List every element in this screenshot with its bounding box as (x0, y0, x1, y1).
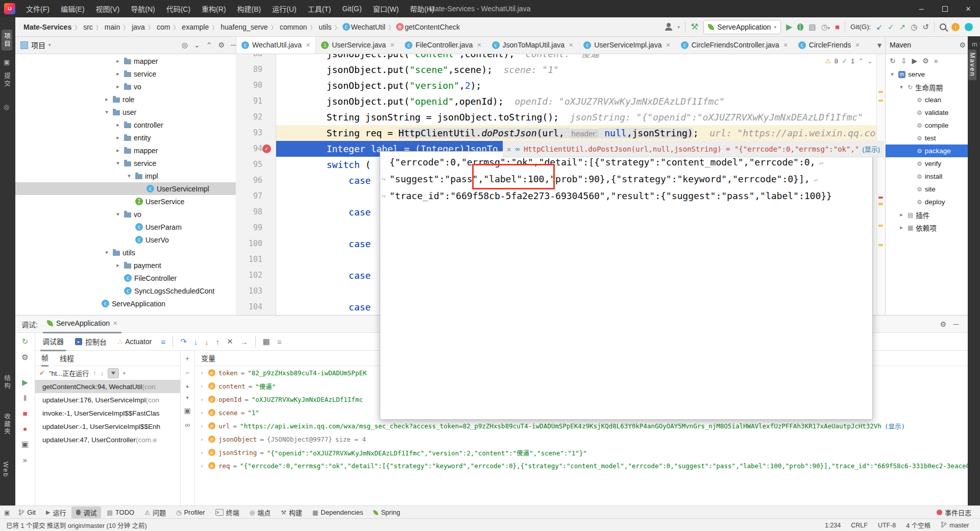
toolwindow-button-problems[interactable]: ⚠问题 (140, 506, 170, 518)
settings-gear-icon[interactable]: ⚙ (940, 320, 947, 328)
drop-frame-button[interactable]: ✕ (227, 337, 233, 346)
debug-settings-icon[interactable]: ⚙ (21, 353, 28, 362)
stripe-mark[interactable] (878, 100, 883, 102)
git-update-button[interactable]: ↙ (876, 22, 883, 32)
maven-item-compile[interactable]: ⚙compile (886, 119, 968, 132)
evaluate-icon[interactable]: ∞ (185, 421, 190, 429)
maven-item-package[interactable]: ⚙package (886, 144, 968, 157)
hide-panel-icon[interactable]: ─ (953, 320, 959, 328)
breadcrumb-item[interactable]: utils (318, 23, 333, 31)
stack-frame[interactable]: updateUser:47, UserController (com.e (35, 433, 180, 446)
update-notification-icon[interactable]: ↑ (951, 23, 960, 31)
tree-chevron-icon[interactable]: › (200, 423, 205, 429)
menu-item-h[interactable]: 帮助(H) (404, 0, 439, 17)
menu-item-f[interactable]: 文件(F) (20, 0, 55, 17)
code-line-92[interactable]: String jsonString = jsonObject.toString(… (276, 109, 885, 125)
tree-item-UserService[interactable]: IUserService (15, 195, 236, 208)
maven-item-依赖项[interactable]: ▸▦依赖项 (886, 221, 968, 234)
profiler-button[interactable]: ◷▾ (821, 22, 830, 32)
git-rollback-button[interactable]: ↺ (922, 22, 929, 32)
maven-item-validate[interactable]: ⚙validate (886, 106, 968, 119)
tree-item-vo[interactable]: ▸vo (15, 80, 236, 93)
maven-item-生命周期[interactable]: ▾↻生命周期 (886, 81, 968, 93)
breakpoint-icon[interactable]: ✓ (262, 144, 271, 153)
tree-item-UserVo[interactable]: cUserVo (15, 233, 236, 246)
stripe-mark[interactable] (878, 91, 883, 93)
stripe-mark[interactable] (878, 203, 883, 205)
expand-all-icon[interactable]: ⌄ (194, 41, 200, 49)
locate-file-icon[interactable]: ◎ (182, 41, 188, 49)
stripe-tab-commit[interactable]: 提交 (2, 73, 12, 87)
maven-item-site[interactable]: ⚙site (886, 183, 968, 196)
breadcrumb-item[interactable]: main (104, 23, 121, 31)
breadcrumb-item[interactable]: huafeng_serve (219, 23, 269, 31)
run-to-cursor-button[interactable]: → (240, 337, 248, 346)
tree-item-ServeApplication[interactable]: cServeApplication (15, 297, 236, 310)
maven-item-插件[interactable]: ▸▤插件 (886, 208, 968, 221)
close-icon[interactable]: ✕ (477, 42, 481, 49)
settings-gear-icon[interactable]: ⚙ (960, 41, 966, 49)
status-line-ending[interactable]: CRLF (851, 522, 868, 529)
toolwindow-button-profiler[interactable]: ◷Profiler (172, 508, 210, 517)
inspections-widget[interactable]: ⚠ 8 ✓ 1 ⌃ ⌄ (823, 57, 875, 65)
run-button[interactable]: ▶ (786, 22, 792, 32)
toolwindow-button-build[interactable]: ⚒构建 (276, 506, 307, 518)
tool-window-switcher-icon[interactable]: ▣ (4, 509, 10, 516)
settings-gear-icon[interactable]: ⚙ (922, 57, 929, 65)
tree-item-mapper[interactable]: ▸mapper (15, 55, 236, 67)
layout-settings-icon[interactable]: ≡ (161, 337, 165, 346)
thread-dump-icon[interactable]: ▣ (21, 440, 29, 449)
close-icon[interactable]: ✕ (507, 145, 511, 153)
frames-tab-threads[interactable]: 线程 (60, 353, 74, 363)
tab-wechatutil-java[interactable]: cWechatUtil.java✕ (236, 36, 316, 54)
tree-item-utils[interactable]: ▾utils (15, 246, 236, 259)
resume-button[interactable]: ▶ (22, 378, 28, 387)
stripe-mark[interactable] (878, 197, 883, 199)
breadcrumb-item[interactable]: example (181, 23, 210, 31)
download-icon[interactable]: ⇩ (901, 57, 907, 65)
show-more-link[interactable]: (显示) (862, 144, 880, 154)
stop-debug-button[interactable]: ■ (22, 409, 27, 418)
close-icon[interactable]: ✕ (855, 42, 860, 49)
tab-circlefriends[interactable]: cCircleFriends✕ (793, 36, 865, 54)
tree-chevron-icon[interactable]: › (200, 436, 205, 443)
git-push-button[interactable]: ↗ (899, 22, 906, 32)
close-icon[interactable]: ✕ (569, 42, 573, 49)
maven-item-clean[interactable]: ⚙clean (886, 93, 968, 106)
menu-item-n[interactable]: 导航(N) (125, 0, 160, 17)
maven-item-test[interactable]: ⚙test (886, 132, 968, 144)
stack-frame[interactable]: updateUser:176, UserServiceImpl (con (35, 393, 180, 406)
tab-filecontroller-java[interactable]: cFileController.java✕ (400, 36, 486, 54)
pin-icon[interactable]: ∞ (515, 145, 519, 153)
tree-item-FileController[interactable]: cFileController (15, 272, 236, 284)
hide-panel-icon[interactable]: ─ (231, 41, 236, 49)
stack-frame[interactable]: updateUser:-1, UserServiceImpl$$Enh (35, 420, 180, 433)
tree-item-service[interactable]: ▸service (15, 67, 236, 80)
variable-row[interactable]: ›pjsonString="{"openid":"oXJUZ7RVXwKyJmN… (195, 446, 968, 459)
code-line-91[interactable]: jsonObject.put("openid",openId); openId:… (276, 93, 885, 109)
folder-icon[interactable]: ▣ (4, 58, 10, 66)
close-icon[interactable]: ✕ (306, 42, 310, 49)
chevron-down-icon[interactable]: ▾ (48, 42, 51, 47)
code-line-90[interactable]: jsonObject.put("version",2); (276, 78, 885, 93)
tree-item-UserParam[interactable]: cUserParam (15, 221, 236, 233)
git-commit-button[interactable]: ✓ (888, 22, 894, 32)
breadcrumb-class[interactable]: WechatUtil (350, 23, 386, 31)
next-issue-icon[interactable]: ⌄ (867, 57, 873, 65)
tree-item-controller[interactable]: ▸controller (15, 118, 236, 131)
tree-chevron-icon[interactable]: › (200, 463, 205, 469)
toolwindow-button-endpoints[interactable]: ◎端点 (245, 506, 276, 518)
more-icon[interactable]: » (23, 455, 27, 464)
stack-frame[interactable]: getContentCheck:94, WechatUtil (con (35, 380, 180, 393)
breadcrumb-item[interactable]: Mate-Services (22, 23, 72, 31)
breadcrumb-method[interactable]: getContentCheck (404, 23, 461, 31)
hidden-tabs-icon[interactable]: ▾ (873, 36, 886, 54)
debugger-settings-icon[interactable]: ≡ (277, 337, 282, 346)
stripe-mark[interactable] (878, 244, 883, 246)
menu-item-t[interactable]: 工具(T) (302, 0, 337, 17)
menu-item-v[interactable]: 视图(V) (90, 0, 126, 17)
status-caret-position[interactable]: 1:234 (825, 522, 841, 529)
tab-userserviceimpl-java[interactable]: cUserServiceImpl.java✕ (578, 36, 675, 54)
status-file-encoding[interactable]: UTF-8 (878, 522, 896, 529)
run-configuration-select[interactable]: ServeApplication ▾ (703, 20, 781, 34)
